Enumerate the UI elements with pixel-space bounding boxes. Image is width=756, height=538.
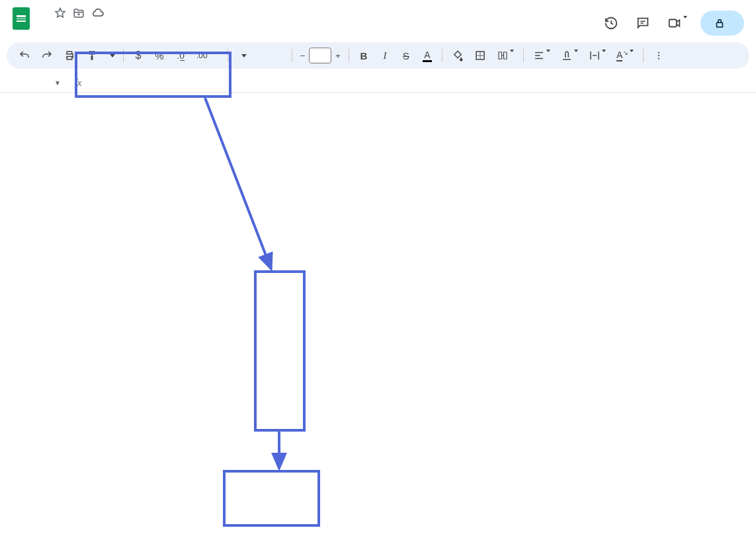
- meet-icon[interactable]: [663, 12, 691, 34]
- italic-icon[interactable]: I: [376, 46, 394, 65]
- borders-icon[interactable]: [470, 46, 490, 65]
- fx-icon: fx: [66, 77, 90, 89]
- svg-rect-0: [669, 20, 677, 27]
- annotation-box-result: [223, 470, 320, 527]
- sheets-logo[interactable]: [8, 5, 34, 32]
- print-icon[interactable]: [60, 46, 79, 65]
- formula-input[interactable]: [90, 82, 756, 85]
- lock-icon: [714, 17, 726, 29]
- toolbar: $ % .0̲ .00 − + B I S A A↘: [7, 42, 749, 69]
- merge-cells-icon[interactable]: [493, 46, 518, 65]
- font-size-group: − +: [298, 48, 343, 63]
- svg-line-6: [205, 98, 271, 269]
- font-size-increase[interactable]: +: [333, 48, 343, 63]
- history-icon[interactable]: [600, 12, 622, 34]
- wrap-icon[interactable]: [585, 46, 610, 65]
- star-icon[interactable]: [54, 7, 66, 19]
- font-select[interactable]: [233, 52, 286, 60]
- svg-point-5: [658, 58, 659, 59]
- svg-point-4: [658, 55, 659, 56]
- name-box[interactable]: ▼: [0, 79, 66, 87]
- h-align-icon[interactable]: [529, 46, 554, 65]
- cloud-status-icon[interactable]: [91, 7, 105, 20]
- doc-title[interactable]: [40, 12, 48, 15]
- chevron-down-icon: ▼: [54, 79, 61, 87]
- app-header: [0, 0, 756, 42]
- bold-icon[interactable]: B: [355, 46, 373, 65]
- decrease-decimal-icon[interactable]: .0̲: [171, 47, 190, 65]
- more-toolbar-icon[interactable]: [649, 46, 669, 65]
- move-icon[interactable]: [73, 7, 85, 19]
- v-align-icon[interactable]: [557, 46, 582, 65]
- currency-icon[interactable]: $: [129, 46, 147, 65]
- title-area: [40, 5, 600, 22]
- font-size-input[interactable]: [309, 48, 331, 63]
- fill-color-icon[interactable]: [448, 46, 468, 65]
- formula-bar: ▼ fx: [0, 74, 756, 93]
- svg-rect-1: [717, 22, 723, 27]
- increase-decimal-icon[interactable]: .00: [192, 47, 212, 64]
- font-size-decrease[interactable]: −: [298, 48, 308, 63]
- svg-point-3: [658, 52, 659, 53]
- text-color-icon[interactable]: A: [418, 46, 437, 66]
- annotation-box-source: [254, 270, 306, 432]
- number-format-select[interactable]: [214, 53, 222, 58]
- paint-format-icon[interactable]: [82, 46, 102, 65]
- strikethrough-icon[interactable]: S: [397, 46, 415, 65]
- redo-icon[interactable]: [37, 46, 57, 65]
- zoom-select[interactable]: [105, 52, 118, 60]
- rotate-text-icon[interactable]: A↘: [612, 46, 638, 65]
- comment-icon[interactable]: [632, 12, 654, 34]
- undo-icon[interactable]: [15, 46, 34, 65]
- share-button[interactable]: [700, 11, 744, 36]
- percent-icon[interactable]: %: [150, 46, 169, 65]
